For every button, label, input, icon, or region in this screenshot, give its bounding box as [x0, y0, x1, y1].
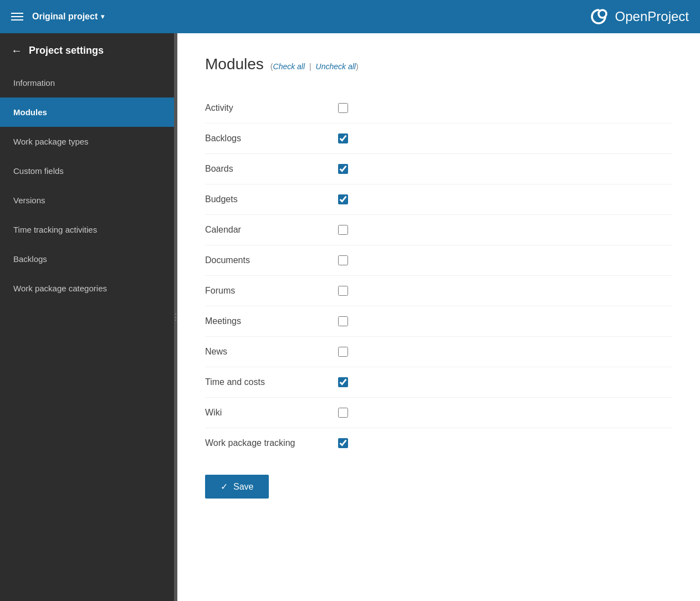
- project-chevron-icon: ▾: [101, 13, 104, 20]
- module-item-boards: Boards: [205, 154, 672, 184]
- module-item-work-package-tracking: Work package tracking: [205, 428, 672, 458]
- module-checkbox-wiki[interactable]: [338, 408, 348, 418]
- save-button-label: Save: [233, 482, 253, 492]
- module-label-boards: Boards: [205, 164, 327, 174]
- module-checkbox-meetings[interactable]: [338, 316, 348, 326]
- module-checkbox-forums[interactable]: [338, 286, 348, 296]
- sidebar-header: ← Project settings: [0, 33, 177, 68]
- module-item-forums: Forums: [205, 276, 672, 306]
- content-header: Modules (Check all | Uncheck all): [205, 55, 672, 73]
- module-item-backlogs: Backlogs: [205, 124, 672, 154]
- sidebar-item-backlogs[interactable]: Backlogs: [0, 244, 177, 274]
- sidebar: ← Project settings Information Modules W…: [0, 33, 177, 601]
- sidebar-item-versions[interactable]: Versions: [0, 186, 177, 215]
- module-list: Activity Backlogs Boards Budgets Calenda…: [205, 93, 672, 458]
- module-item-activity: Activity: [205, 93, 672, 124]
- check-all-link[interactable]: Check all: [273, 62, 305, 71]
- logo: OpenProject: [587, 6, 689, 28]
- module-item-news: News: [205, 337, 672, 367]
- save-button[interactable]: ✓ Save: [205, 475, 269, 499]
- openproject-logo-icon: [587, 6, 610, 28]
- project-name-label: Original project: [32, 12, 98, 22]
- module-checkbox-budgets[interactable]: [338, 194, 348, 204]
- module-item-documents: Documents: [205, 245, 672, 276]
- module-checkbox-news[interactable]: [338, 347, 348, 357]
- logo-text: OpenProject: [615, 9, 689, 24]
- module-label-calendar: Calendar: [205, 225, 327, 235]
- module-label-forums: Forums: [205, 286, 327, 296]
- separator: |: [309, 62, 311, 71]
- save-section: ✓ Save: [205, 475, 672, 499]
- module-label-time-and-costs: Time and costs: [205, 377, 327, 387]
- module-label-news: News: [205, 347, 327, 357]
- module-label-work-package-tracking: Work package tracking: [205, 438, 327, 448]
- back-button[interactable]: ←: [11, 44, 22, 57]
- module-label-backlogs: Backlogs: [205, 133, 327, 143]
- sidebar-nav: Information Modules Work package types C…: [0, 68, 177, 303]
- header-left: Original project ▾: [11, 12, 104, 22]
- module-item-time-and-costs: Time and costs: [205, 367, 672, 398]
- main-content: Modules (Check all | Uncheck all) Activi…: [177, 33, 700, 601]
- hamburger-menu-icon[interactable]: [11, 13, 23, 20]
- sidebar-item-information[interactable]: Information: [0, 68, 177, 97]
- sidebar-item-modules[interactable]: Modules: [0, 97, 177, 127]
- module-label-activity: Activity: [205, 103, 327, 113]
- check-links: (Check all | Uncheck all): [270, 62, 359, 71]
- module-item-calendar: Calendar: [205, 215, 672, 245]
- module-label-wiki: Wiki: [205, 408, 327, 418]
- module-label-meetings: Meetings: [205, 316, 327, 326]
- module-checkbox-documents[interactable]: [338, 255, 348, 265]
- module-label-budgets: Budgets: [205, 194, 327, 204]
- page-title: Modules: [205, 55, 264, 73]
- module-item-wiki: Wiki: [205, 398, 672, 428]
- sidebar-title: Project settings: [29, 45, 104, 56]
- sidebar-item-time-tracking-activities[interactable]: Time tracking activities: [0, 215, 177, 244]
- checkmark-icon: ✓: [221, 481, 228, 492]
- module-checkbox-boards[interactable]: [338, 164, 348, 174]
- module-checkbox-backlogs[interactable]: [338, 133, 348, 143]
- top-header: Original project ▾ OpenProject: [0, 0, 700, 33]
- sidebar-item-work-package-types[interactable]: Work package types: [0, 127, 177, 156]
- sidebar-resizer[interactable]: [174, 33, 177, 601]
- sidebar-item-custom-fields[interactable]: Custom fields: [0, 156, 177, 186]
- module-label-documents: Documents: [205, 255, 327, 265]
- project-selector[interactable]: Original project ▾: [32, 12, 104, 22]
- module-checkbox-activity[interactable]: [338, 103, 348, 113]
- uncheck-all-link[interactable]: Uncheck all: [316, 62, 356, 71]
- module-item-budgets: Budgets: [205, 184, 672, 215]
- sidebar-item-work-package-categories[interactable]: Work package categories: [0, 274, 177, 303]
- main-layout: ← Project settings Information Modules W…: [0, 33, 700, 601]
- module-item-meetings: Meetings: [205, 306, 672, 337]
- module-checkbox-time-and-costs[interactable]: [338, 377, 348, 387]
- module-checkbox-calendar[interactable]: [338, 225, 348, 235]
- module-checkbox-work-package-tracking[interactable]: [338, 438, 348, 448]
